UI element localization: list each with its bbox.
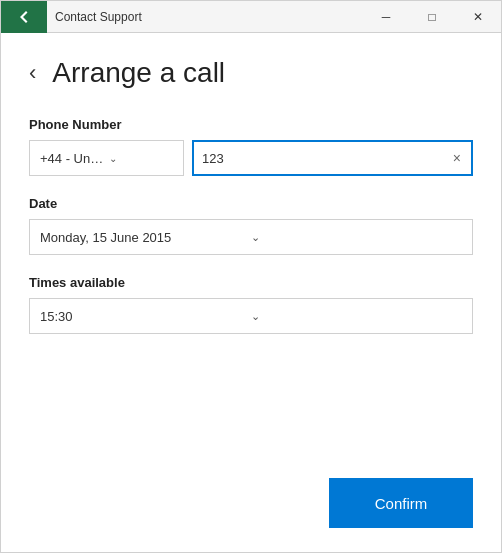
phone-number-input-wrapper: × [192,140,473,176]
times-chevron: ⌄ [251,310,462,323]
date-dropdown[interactable]: Monday, 15 June 2015 ⌄ [29,219,473,255]
country-dropdown-chevron: ⌄ [109,153,174,164]
confirm-row: Confirm [29,478,473,528]
content-area: ‹ Arrange a call Phone Number +44 - Unit… [1,33,501,552]
phone-section: Phone Number +44 - United K ⌄ × [29,117,473,196]
phone-number-input[interactable] [202,151,451,166]
page-title: Arrange a call [52,57,225,89]
back-arrow-icon [16,9,32,25]
phone-row: +44 - United K ⌄ × [29,140,473,176]
maximize-button[interactable]: □ [409,1,455,33]
country-code-dropdown[interactable]: +44 - United K ⌄ [29,140,184,176]
date-label: Date [29,196,473,211]
country-code-value: +44 - United K [40,151,105,166]
back-button[interactable]: ‹ [29,62,36,84]
titlebar: Contact Support ─ □ ✕ [1,1,501,33]
date-value: Monday, 15 June 2015 [40,230,251,245]
times-value: 15:30 [40,309,251,324]
clear-phone-button[interactable]: × [451,151,463,165]
date-chevron: ⌄ [251,231,462,244]
window-controls: ─ □ ✕ [363,1,501,32]
back-header: ‹ Arrange a call [29,57,473,89]
minimize-button[interactable]: ─ [363,1,409,33]
close-button[interactable]: ✕ [455,1,501,33]
app-icon [1,1,47,33]
times-section: Times available 15:30 ⌄ [29,275,473,334]
times-dropdown[interactable]: 15:30 ⌄ [29,298,473,334]
svg-marker-0 [20,11,28,23]
confirm-button[interactable]: Confirm [329,478,473,528]
window: Contact Support ─ □ ✕ ‹ Arrange a call P… [0,0,502,553]
window-title: Contact Support [47,10,363,24]
date-section: Date Monday, 15 June 2015 ⌄ [29,196,473,255]
phone-label: Phone Number [29,117,473,132]
times-label: Times available [29,275,473,290]
